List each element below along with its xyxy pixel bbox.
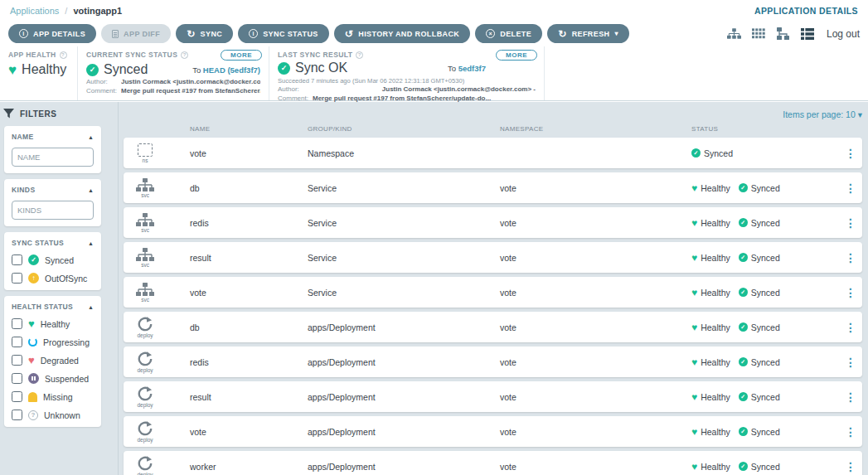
history-rollback-button[interactable]: ↺ HISTORY AND ROLLBACK [334, 24, 470, 43]
heart-icon: ♥ [691, 392, 697, 402]
author-label: Author: [86, 78, 121, 86]
row-menu-button[interactable]: ⋮ [839, 356, 862, 369]
heart-icon: ♥ [28, 355, 35, 366]
table-row[interactable]: svc vote Service vote ♥Healthy ✓Synced ⋮ [124, 277, 862, 308]
breadcrumb-current-app: votingapp1 [73, 6, 122, 16]
resource-namespace: vote [500, 218, 691, 228]
sync-status: ✓Synced [691, 148, 733, 158]
checkbox[interactable] [12, 410, 22, 420]
checkbox[interactable] [12, 273, 22, 284]
check-circle-icon: ✓ [739, 288, 748, 297]
row-menu-button[interactable]: ⋮ [839, 147, 862, 160]
table-row[interactable]: svc redis Service vote ♥Healthy ✓Synced … [124, 207, 862, 238]
filter-option-label: Missing [43, 392, 73, 402]
breadcrumb-separator: / [65, 6, 67, 16]
network-view-icon[interactable] [776, 27, 790, 40]
resource-kind-short-label: deploy [137, 437, 153, 443]
row-menu-button[interactable]: ⋮ [839, 425, 862, 439]
info-circle-icon: i [249, 29, 258, 38]
checkbox[interactable] [12, 391, 22, 402]
last-sync-revision-link[interactable]: 5edf3f7 [458, 64, 486, 73]
items-per-page-dropdown[interactable]: Items per page: 10 ▾ [783, 109, 862, 119]
table-row[interactable]: ns vote Namespace ✓Synced ⋮ [124, 138, 862, 168]
logout-button[interactable]: Log out [827, 28, 860, 40]
resource-list: Items per page: 10 ▾ NAME GROUP/KIND NAM… [119, 102, 868, 475]
collapse-icon[interactable]: ▲ [88, 304, 94, 310]
table-row[interactable]: deploy worker apps/Deployment vote ♥Heal… [124, 451, 862, 475]
row-menu-button[interactable]: ⋮ [839, 216, 862, 230]
filter-option-suspended[interactable]: Suspended [12, 373, 94, 384]
name-filter-label: NAME [12, 133, 34, 141]
check-circle-icon: ✓ [739, 253, 748, 262]
filter-option-progressing[interactable]: Progressing [12, 337, 94, 347]
row-menu-button[interactable]: ⋮ [839, 182, 862, 195]
resource-group-kind: apps/Deployment [308, 427, 500, 437]
health-status: ♥Healthy [691, 183, 730, 193]
checkbox[interactable] [12, 318, 22, 329]
sync-status: ✓Synced [739, 322, 780, 332]
collapse-icon[interactable]: ▲ [88, 240, 94, 246]
row-menu-button[interactable]: ⋮ [839, 390, 862, 404]
pods-grid-view-icon[interactable] [752, 28, 765, 39]
table-row[interactable]: deploy db apps/Deployment vote ♥Healthy … [124, 312, 862, 342]
sync-revision-link[interactable]: HEAD (5edf3f7) [203, 65, 260, 75]
app-health-label: APP HEALTH [8, 51, 56, 59]
refresh-button[interactable]: ↻ REFRESH ▾ [547, 24, 629, 43]
app-details-button[interactable]: i APP DETAILS [8, 24, 96, 43]
table-row[interactable]: svc result Service vote ♥Healthy ✓Synced… [124, 242, 862, 273]
resource-namespace: vote [500, 288, 691, 298]
row-menu-button[interactable]: ⋮ [839, 460, 862, 473]
collapse-icon[interactable]: ▲ [88, 187, 94, 193]
list-view-icon[interactable] [801, 28, 814, 40]
resource-group-kind: apps/Deployment [308, 357, 500, 367]
filter-option-synced[interactable]: ✓ Synced [12, 254, 94, 265]
resource-status: ♥Healthy ✓Synced [691, 183, 839, 193]
button-label: SYNC STATUS [263, 30, 318, 38]
table-row[interactable]: svc db Service vote ♥Healthy ✓Synced ⋮ [124, 172, 862, 203]
resource-namespace: vote [500, 392, 691, 402]
table-row[interactable]: deploy result apps/Deployment vote ♥Heal… [124, 381, 862, 412]
kinds-filter-input[interactable] [12, 201, 94, 220]
name-filter-input[interactable] [12, 148, 94, 167]
row-menu-button[interactable]: ⋮ [839, 251, 862, 264]
filter-card-sync-status: SYNC STATUS ▲ ✓ Synced ↑ OutOfSync [4, 232, 101, 290]
sync-button[interactable]: ↻ SYNC [176, 24, 233, 43]
app-diff-button[interactable]: APP DIFF [101, 24, 171, 43]
author-value: Justin Cormack <justin.cormack@docker.co… [121, 78, 260, 86]
health-status: ♥Healthy [691, 427, 730, 437]
filter-option-missing[interactable]: Missing [12, 391, 94, 402]
resource-name: result [190, 253, 308, 263]
deployment-redo-icon [138, 456, 153, 471]
health-status: ♥Healthy [691, 357, 730, 367]
last-sync-more-button[interactable]: MORE [496, 50, 537, 61]
row-menu-button[interactable]: ⋮ [839, 321, 862, 334]
checkbox[interactable] [12, 337, 22, 347]
checkbox[interactable] [12, 254, 22, 265]
service-sitemap-icon [136, 178, 154, 191]
deployment-redo-icon [138, 386, 153, 401]
row-menu-button[interactable]: ⋮ [839, 286, 862, 299]
main-area: FILTERS NAME ▲ KINDS ▲ SYNC STATUS ▲ ✓ [0, 102, 868, 475]
filter-option-outofsync[interactable]: ↑ OutOfSync [12, 273, 94, 284]
check-circle-icon: ✓ [86, 64, 99, 76]
service-sitemap-icon [136, 213, 154, 226]
checkbox[interactable] [12, 373, 22, 384]
filter-option-degraded[interactable]: ♥ Degraded [12, 355, 94, 366]
resource-group-kind: Service [308, 218, 500, 228]
sync-status-button[interactable]: i SYNC STATUS [238, 24, 329, 43]
last-sync-value: Sync OK [295, 61, 347, 75]
resource-name: db [190, 183, 308, 193]
filter-option-healthy[interactable]: ♥ Healthy [12, 318, 94, 329]
table-row[interactable]: deploy redis apps/Deployment vote ♥Healt… [124, 347, 862, 377]
chevron-down-icon: ▾ [858, 109, 862, 119]
tree-view-icon[interactable] [727, 27, 741, 40]
table-row[interactable]: deploy vote apps/Deployment vote ♥Health… [124, 416, 862, 447]
collapse-icon[interactable]: ▲ [88, 134, 94, 140]
sync-more-button[interactable]: MORE [221, 50, 262, 61]
filter-option-unknown[interactable]: ? Unknown [12, 410, 94, 420]
resource-group-kind: Service [308, 253, 500, 263]
breadcrumb-applications-link[interactable]: Applications [10, 6, 59, 16]
checkbox[interactable] [12, 355, 22, 366]
delete-button[interactable]: × DELETE [475, 24, 542, 43]
filter-option-label: Suspended [45, 374, 89, 384]
